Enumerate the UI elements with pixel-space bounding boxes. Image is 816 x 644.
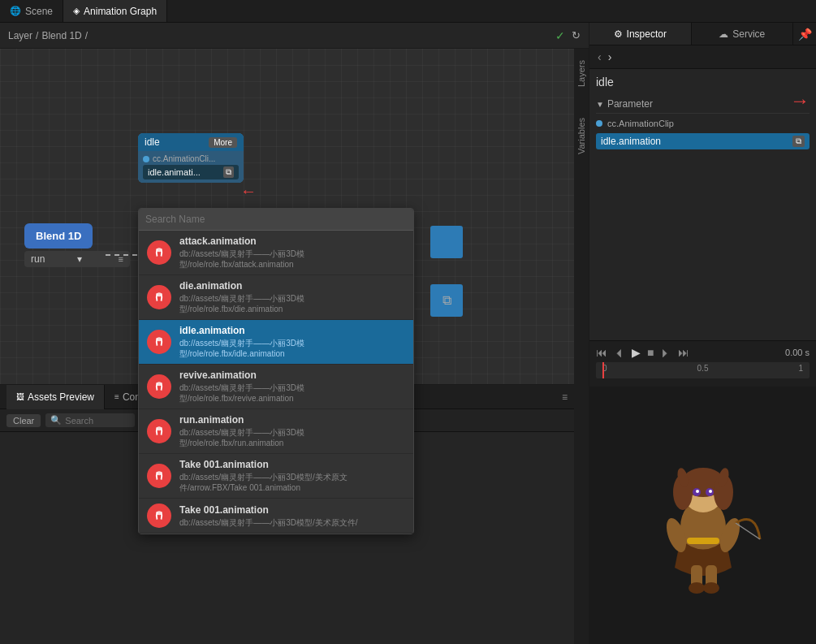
anim-picker-list: attack.animation db://assets/幽灵射手——小丽3D模…: [139, 231, 413, 534]
link-icon: ⧉: [443, 293, 451, 308]
blue-square-2: ⧉: [430, 284, 463, 317]
svg-point-5: [157, 337, 162, 341]
nav-forward-button[interactable]: ›: [607, 49, 614, 65]
blend1d-node[interactable]: Blend 1D: [24, 223, 93, 249]
right-content: idle ▼ Parameter cc.AnimationClip idle.a…: [589, 69, 816, 340]
dropdown-arrow-icon: ▾: [77, 253, 82, 265]
svg-point-31: [689, 582, 705, 594]
skip-back-button[interactable]: ⏮: [596, 346, 607, 359]
svg-point-2: [152, 290, 166, 305]
parameter-section-header[interactable]: ▼ Parameter: [596, 95, 810, 114]
anim-item-icon: [147, 240, 171, 265]
anim-item[interactable]: Take 001.animation db://assets/幽灵射手——小丽3…: [139, 454, 413, 499]
skip-fwd-button[interactable]: ⏭: [678, 346, 689, 359]
console-icon: ≡: [114, 392, 119, 401]
red-arrow-icon: ←: [240, 182, 257, 201]
idle-node-value[interactable]: idle.animati... ⧉: [143, 165, 239, 179]
right-nav: ‹ ›: [589, 45, 816, 69]
stop-button[interactable]: ■: [647, 346, 654, 359]
svg-point-0: [152, 245, 166, 260]
idle-node-header: idle More: [138, 133, 244, 151]
svg-point-3: [157, 292, 162, 296]
confirm-button[interactable]: ✓: [555, 29, 565, 42]
nav-back-button[interactable]: ‹: [596, 49, 603, 65]
tab-inspector[interactable]: ⚙ Inspector: [589, 23, 692, 45]
search-input[interactable]: [65, 416, 130, 426]
idle-node-body: cc.AnimationCli... idle.animati... ⧉: [138, 151, 244, 183]
svg-point-9: [157, 426, 162, 430]
prev-frame-button[interactable]: ⏴: [614, 346, 625, 359]
svg-point-7: [157, 382, 162, 386]
blue-square-1: [430, 226, 463, 258]
play-button[interactable]: ▶: [632, 346, 641, 359]
anim-item[interactable]: die.animation db://assets/幽灵射手——小丽3D模型/r…: [139, 275, 413, 320]
svg-point-4: [152, 335, 166, 349]
breadcrumb-path: Layer / Blend 1D /: [8, 30, 88, 41]
param-type-dot-icon: [596, 120, 602, 127]
top-tab-bar: 🌐 Scene ◈ Animation Graph: [0, 0, 816, 23]
variables-tab[interactable]: Variables: [575, 115, 588, 158]
idle-node[interactable]: idle More cc.AnimationCli... idle.animat…: [138, 133, 244, 183]
anim-item-icon: [147, 419, 171, 443]
svg-point-10: [152, 469, 166, 483]
animation-picker[interactable]: attack.animation db://assets/幽灵射手——小丽3D模…: [138, 208, 414, 534]
assets-icon: 🖼: [16, 392, 24, 401]
graph-icon: ◈: [73, 6, 80, 16]
svg-point-1: [157, 248, 162, 252]
bottom-menu-icon[interactable]: ≡: [562, 391, 568, 403]
param-row: cc.AnimationClip: [596, 119, 810, 128]
breadcrumb-blend1d[interactable]: Blend 1D: [41, 30, 81, 41]
timeline-area: ⏮ ⏴ ▶ ■ ⏵ ⏭ 0.00 s 0 0.5 1: [589, 340, 816, 387]
search-wrap: 🔍: [45, 413, 135, 427]
tab-assets-preview[interactable]: 🖼 Assets Preview: [6, 385, 105, 409]
anim-item[interactable]: revive.animation db://assets/幽灵射手——小丽3D模…: [139, 365, 413, 409]
svg-point-8: [152, 424, 166, 439]
timeline-controls: ⏮ ⏴ ▶ ■ ⏵ ⏭ 0.00 s: [596, 346, 810, 359]
side-tabs: Layers Variables: [574, 49, 589, 644]
svg-point-11: [157, 471, 162, 475]
anim-item[interactable]: run.animation db://assets/幽灵射手——小丽3D模型/r…: [139, 409, 413, 454]
timeline-ruler[interactable]: 0 0.5 1: [596, 362, 810, 378]
inspector-title: idle: [596, 76, 810, 89]
svg-point-13: [157, 511, 162, 515]
idle-node-more-button[interactable]: More: [209, 137, 237, 148]
tab-scene[interactable]: 🌐 Scene: [0, 0, 63, 22]
svg-point-21: [696, 490, 699, 493]
svg-point-6: [152, 379, 166, 394]
anim-item[interactable]: attack.animation db://assets/幽灵射手——小丽3D模…: [139, 231, 413, 275]
svg-point-12: [152, 508, 166, 523]
anim-item-icon: [147, 374, 171, 399]
next-frame-button[interactable]: ⏵: [660, 346, 671, 359]
right-panel-pin[interactable]: 📌: [793, 23, 816, 45]
timeline-marks: 0 0.5 1: [596, 362, 810, 373]
layers-tab[interactable]: Layers: [575, 57, 588, 90]
svg-point-32: [703, 582, 719, 594]
timeline-cursor[interactable]: [602, 362, 604, 378]
anim-item-icon: [147, 285, 171, 309]
tab-animation-graph[interactable]: ◈ Animation Graph: [63, 0, 167, 22]
param-link-button[interactable]: ⧉: [792, 136, 805, 147]
anim-item[interactable]: idle.animation db://assets/幽灵射手——小丽3D模型/…: [139, 320, 413, 365]
anim-item-icon: [147, 330, 171, 354]
param-input[interactable]: idle.animation ⧉: [596, 133, 810, 149]
svg-point-22: [709, 490, 712, 493]
refresh-button[interactable]: ↻: [572, 29, 581, 41]
character-preview: [626, 434, 780, 596]
idle-node-link-button[interactable]: ⧉: [223, 166, 234, 178]
right-panel: ⚙ Inspector ☁ Service 📌 ‹ › idle ▼ Param…: [589, 23, 816, 644]
preview-area: [589, 387, 816, 645]
clear-button[interactable]: Clear: [6, 414, 41, 427]
run-dropdown[interactable]: run ▾ ≡: [24, 251, 130, 267]
anim-item[interactable]: Take 001.animation db://assets/幽灵射手——小丽3…: [139, 499, 413, 534]
idle-node-param: cc.AnimationCli...: [143, 154, 239, 163]
right-tabs: ⚙ Inspector ☁ Service 📌: [589, 23, 816, 45]
section-collapse-icon: ▼: [596, 100, 604, 109]
anim-search-input[interactable]: [139, 209, 413, 231]
tab-service[interactable]: ☁ Service: [692, 23, 794, 45]
service-icon: ☁: [719, 28, 728, 40]
breadcrumb-layer[interactable]: Layer: [8, 30, 32, 41]
svg-rect-28: [687, 538, 719, 544]
scene-icon: 🌐: [10, 6, 21, 16]
anim-item-icon: [147, 464, 171, 488]
main-layout: Layer / Blend 1D / ✓ ↻ Layers Variables …: [0, 23, 816, 644]
